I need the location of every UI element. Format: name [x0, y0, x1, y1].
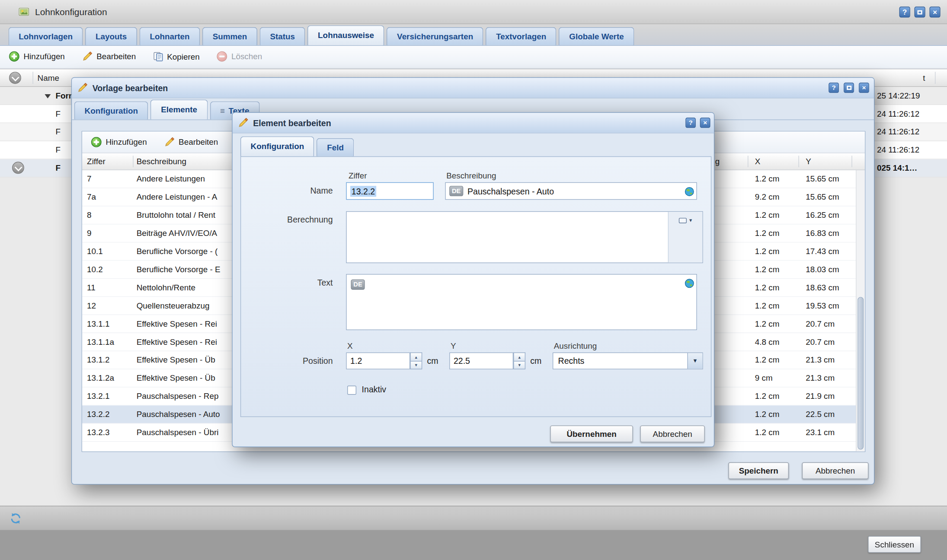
- cell-x: 1.2 cm: [755, 279, 780, 296]
- cell-x: 1.2 cm: [755, 170, 780, 188]
- main-tab-versicherungsarten[interactable]: Versicherungsarten: [387, 27, 483, 45]
- refresh-icon[interactable]: [10, 512, 22, 525]
- ausrichtung-value: Rechts: [553, 356, 687, 366]
- cell-beschreibung: Pauschalspesen - Auto: [137, 406, 232, 423]
- tab-label: Konfiguration: [85, 106, 138, 115]
- column-header-ziffer[interactable]: Ziffer: [87, 153, 106, 170]
- element-abbrechen-button[interactable]: Abbrechen: [640, 426, 704, 442]
- element-tab-konfiguration[interactable]: Konfiguration: [240, 137, 314, 156]
- element-close-button[interactable]: ×: [700, 118, 710, 128]
- cell-x: 1.2 cm: [755, 406, 780, 423]
- column-separator: [851, 156, 852, 167]
- main-tab-lohnarten[interactable]: Lohnarten: [140, 27, 200, 45]
- help-button[interactable]: ?: [899, 6, 910, 17]
- main-tab-layouts[interactable]: Layouts: [85, 27, 137, 45]
- close-button[interactable]: ×: [929, 6, 940, 17]
- cell-y: 15.65 cm: [806, 170, 839, 188]
- maximize-icon: [846, 86, 851, 90]
- inaktiv-checkbox[interactable]: [347, 385, 356, 395]
- globe-icon[interactable]: [684, 187, 694, 197]
- ausrichtung-select[interactable]: Rechts ▼: [553, 353, 703, 369]
- uebernehmen-button[interactable]: Übernehmen: [550, 426, 633, 442]
- vorlage-edit-button[interactable]: Bearbeiten: [159, 134, 224, 150]
- select-column-icon[interactable]: [9, 72, 21, 84]
- cell-beschreibung: Andere Leistungen - A: [137, 188, 232, 206]
- cell-y: 20.7 cm: [806, 315, 835, 333]
- cell-ziffer: 13.2.2: [87, 406, 131, 423]
- vorlage-titlebar[interactable]: Vorlage bearbeiten ? ×: [72, 78, 874, 98]
- delete-button[interactable]: Löschen: [211, 48, 268, 65]
- combo-caret-icon[interactable]: ▼: [687, 353, 702, 369]
- element-titlebar[interactable]: Element bearbeiten ? ×: [233, 113, 714, 133]
- cell-beschreibung: Andere Leistungen: [137, 170, 232, 188]
- vorlage-maximize-button[interactable]: [844, 83, 854, 93]
- berechnung-dropdown-button[interactable]: ▾: [674, 214, 697, 226]
- column-header-beschreibung[interactable]: Beschreibung: [137, 153, 186, 170]
- element-help-button[interactable]: ?: [685, 118, 696, 128]
- row-name: F: [55, 159, 61, 177]
- beschreibung-input[interactable]: DE Pauschalspesen - Auto: [445, 182, 697, 200]
- plus-icon: [9, 51, 19, 62]
- main-titlebar[interactable]: Lohnkonfiguration ? ×: [0, 0, 947, 24]
- cell-ziffer: 10.1: [87, 242, 131, 260]
- main-tab-lohnausweise[interactable]: Lohnausweise: [307, 25, 384, 45]
- edit-button[interactable]: Bearbeiten: [77, 48, 141, 65]
- schliessen-button[interactable]: Schliessen: [868, 536, 921, 553]
- vorlage-close-button[interactable]: ×: [859, 83, 869, 93]
- tab-label: Lohnausweise: [318, 31, 374, 40]
- x-input[interactable]: 1.2: [346, 353, 410, 369]
- pencil-icon: [238, 118, 248, 128]
- column-header-clipped[interactable]: t: [923, 70, 925, 87]
- text-textarea[interactable]: DE: [346, 274, 697, 330]
- speichern-button[interactable]: Speichern: [728, 462, 789, 479]
- cell-y: 23.1 cm: [806, 423, 835, 441]
- spinner-down-button[interactable]: ▼: [513, 361, 525, 369]
- vorlage-add-button[interactable]: Hinzufügen: [86, 134, 152, 150]
- cell-y: 16.25 cm: [806, 207, 839, 224]
- add-button[interactable]: Hinzufügen: [3, 48, 70, 65]
- vorlage-abbrechen-button[interactable]: Abbrechen: [802, 462, 869, 479]
- tab-label: Textvorlagen: [496, 32, 546, 41]
- vorlage-tab-konfiguration[interactable]: Konfiguration: [74, 102, 148, 120]
- y-input[interactable]: 22.5: [449, 353, 513, 369]
- element-tab-feld[interactable]: Feld: [317, 138, 354, 156]
- berechnung-textarea[interactable]: ▾: [346, 211, 703, 263]
- column-header-x[interactable]: X: [755, 153, 761, 170]
- spinner-up-button[interactable]: ▲: [513, 353, 525, 361]
- cell-x: 1.2 cm: [755, 388, 780, 405]
- main-tab-textvorlagen[interactable]: Textvorlagen: [486, 27, 556, 45]
- main-tab-summen[interactable]: Summen: [202, 27, 257, 45]
- cell-ziffer: 11: [87, 279, 131, 296]
- maximize-button[interactable]: [915, 6, 925, 17]
- main-tab-lohnvorlagen[interactable]: Lohnvorlagen: [9, 27, 83, 45]
- copy-button[interactable]: Kopieren: [148, 48, 205, 65]
- spinner-up-button[interactable]: ▲: [410, 353, 422, 361]
- spinner-down-button[interactable]: ▼: [410, 361, 422, 369]
- element-form-panel: Ziffer Beschreibung Name 13.2.2 DE Pausc…: [240, 156, 711, 417]
- column-header-y[interactable]: Y: [806, 153, 811, 170]
- column-separator: [748, 156, 748, 167]
- globe-icon[interactable]: [684, 278, 694, 289]
- minus-icon: [217, 51, 227, 62]
- ausrichtung-label: Ausrichtung: [554, 342, 597, 351]
- cell-x: 4.8 cm: [755, 333, 780, 351]
- vorlage-tab-elemente[interactable]: Elemente: [150, 99, 207, 119]
- row-name: F: [55, 105, 61, 123]
- vorlage-help-button[interactable]: ?: [829, 83, 839, 93]
- column-header-name[interactable]: Name: [38, 70, 59, 87]
- cell-beschreibung: Berufliche Vorsorge - (: [137, 242, 232, 260]
- scrollbar-thumb[interactable]: [857, 297, 864, 449]
- main-tab-globale-werte[interactable]: Globale Werte: [559, 27, 634, 45]
- row-timestamp: 25 14:22:19: [877, 87, 920, 105]
- main-tabbar: LohnvorlagenLayoutsLohnartenSummenStatus…: [0, 24, 947, 46]
- group-expander-icon[interactable]: [45, 94, 51, 99]
- ziffer-input-value: 13.2.2: [350, 185, 376, 196]
- column-header-clipped[interactable]: g: [715, 153, 720, 170]
- vertical-scrollbar[interactable]: [856, 170, 865, 452]
- row-timestamp: 24 11:26:12: [877, 123, 919, 141]
- column-separator: [798, 156, 799, 167]
- name-label: Name: [241, 182, 333, 200]
- y-input-value: 22.5: [454, 356, 470, 366]
- main-tab-status[interactable]: Status: [260, 27, 305, 45]
- ziffer-input[interactable]: 13.2.2: [346, 182, 434, 200]
